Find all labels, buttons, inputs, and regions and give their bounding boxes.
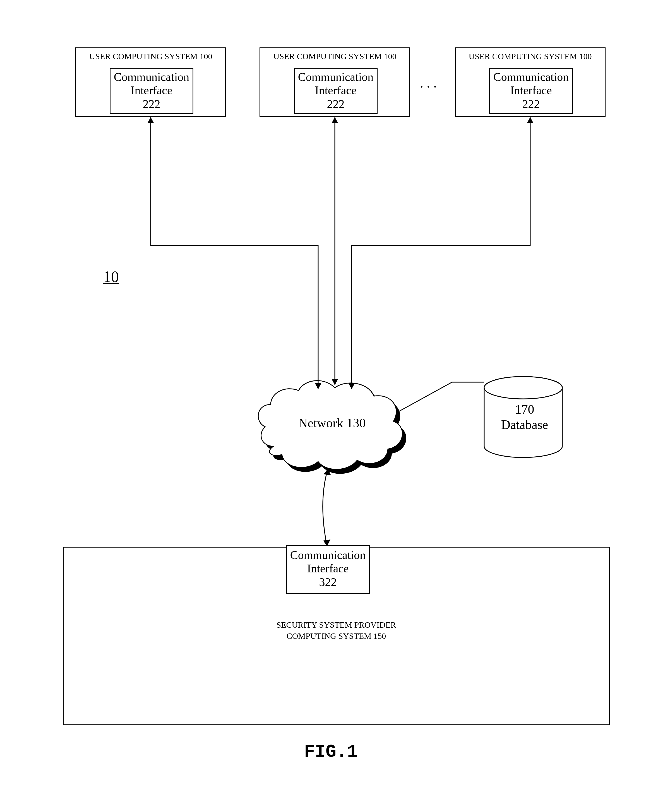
user-system-box-2: USER COMPUTING SYSTEM 100 Communication … xyxy=(259,47,410,117)
comm-interface-num-2: 222 xyxy=(295,97,377,111)
user-system-box-3: USER COMPUTING SYSTEM 100 Communication … xyxy=(455,47,606,117)
database-label: Database xyxy=(499,417,550,432)
connector-user3-network xyxy=(348,117,533,389)
ellipsis: . . . xyxy=(420,75,437,91)
comm-interface-box-1: Communication Interface 222 xyxy=(110,68,193,114)
user-system-box-1: USER COMPUTING SYSTEM 100 Communication … xyxy=(75,47,226,117)
user-system-title-2: USER COMPUTING SYSTEM 100 xyxy=(261,48,409,61)
database-labels: 170 Database xyxy=(499,402,550,432)
connector-network-database xyxy=(396,382,484,413)
provider-comm-num: 322 xyxy=(287,576,369,589)
user-system-title-1: USER COMPUTING SYSTEM 100 xyxy=(76,48,225,61)
provider-comm-interface-box: Communication Interface 322 xyxy=(286,545,370,594)
connector-user2-network xyxy=(332,117,338,385)
comm-interface-line2-3: Interface xyxy=(490,84,572,97)
figure-caption: FIG.1 xyxy=(304,742,358,762)
comm-interface-box-3: Communication Interface 222 xyxy=(489,68,573,114)
database-number: 170 xyxy=(499,402,550,417)
comm-interface-line1-2: Communication xyxy=(295,69,377,84)
comm-interface-num-3: 222 xyxy=(490,97,572,111)
provider-comm-line1: Communication xyxy=(287,546,369,562)
comm-interface-box-2: Communication Interface 222 xyxy=(294,68,377,114)
comm-interface-line1-3: Communication xyxy=(490,69,572,84)
user-system-title-3: USER COMPUTING SYSTEM 100 xyxy=(456,48,605,61)
provider-comm-line2: Interface xyxy=(287,562,369,575)
svg-point-1 xyxy=(484,376,562,399)
provider-title-line2: COMPUTING SYSTEM 150 xyxy=(64,631,609,641)
connector-user1-network xyxy=(147,117,321,389)
figure-reference-number: 10 xyxy=(103,268,119,285)
comm-interface-line2-1: Interface xyxy=(110,84,193,97)
provider-title-line1: SECURITY SYSTEM PROVIDER xyxy=(64,620,609,630)
diagram-stage: USER COMPUTING SYSTEM 100 Communication … xyxy=(0,0,670,812)
svg-point-0 xyxy=(484,376,562,399)
comm-interface-line2-2: Interface xyxy=(295,84,377,97)
connector-network-provider xyxy=(323,469,331,546)
comm-interface-line1-1: Communication xyxy=(110,69,193,84)
comm-interface-num-1: 222 xyxy=(110,97,193,111)
network-label: Network 130 xyxy=(296,415,368,430)
